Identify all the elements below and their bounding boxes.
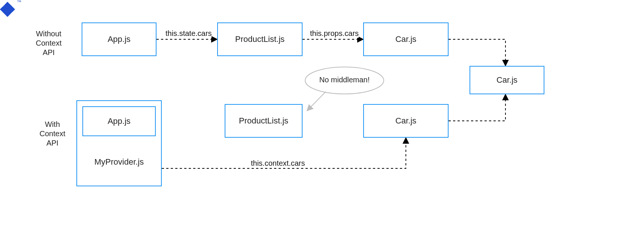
section-label-with: With Context API xyxy=(34,120,71,148)
box-merge-car: Car.js xyxy=(470,66,544,94)
label-top-car: Car.js xyxy=(395,34,416,44)
callout-text: No middleman! xyxy=(307,76,382,84)
edge-bottom-to-merge xyxy=(449,94,505,121)
edge-top-to-merge xyxy=(449,39,505,66)
logo-tm: ™ xyxy=(17,0,21,4)
callout-pointer xyxy=(307,92,326,111)
label-provider: MyProvider.js xyxy=(77,157,161,167)
box-top-app: App.js xyxy=(82,22,157,56)
label-bottom-productlist: ProductList.js xyxy=(239,116,288,126)
label-bottom-inner-app: App.js xyxy=(107,116,130,126)
box-bottom-inner-app: App.js xyxy=(82,106,156,136)
label-bottom-car: Car.js xyxy=(395,116,416,126)
box-top-productlist: ProductList.js xyxy=(217,22,303,56)
edge-label-context: this.context.cars xyxy=(251,159,305,168)
section-label-without: Without Context API xyxy=(30,29,67,57)
edge-label-props: this.props.cars xyxy=(310,29,359,38)
box-provider-group: App.js MyProvider.js xyxy=(76,100,162,186)
logo-icon xyxy=(0,2,15,17)
label-merge-car: Car.js xyxy=(496,75,517,85)
box-bottom-productlist: ProductList.js xyxy=(225,104,303,138)
label-top-app: App.js xyxy=(107,34,130,44)
box-top-car: Car.js xyxy=(363,22,449,56)
edge-label-state: this.state.cars xyxy=(165,29,212,38)
label-top-productlist: ProductList.js xyxy=(235,34,285,44)
box-bottom-car: Car.js xyxy=(363,104,449,138)
diagram-root: ™ Without Context API With Context API A… xyxy=(0,0,644,229)
